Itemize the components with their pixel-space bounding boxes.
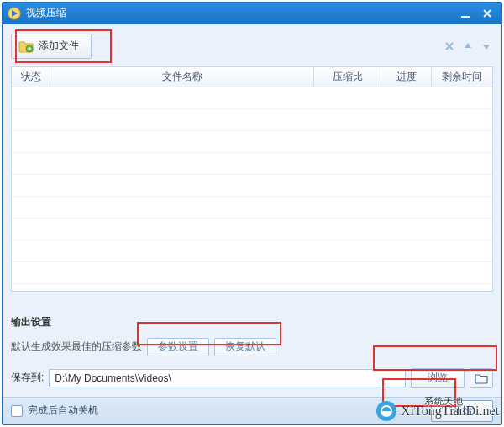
param-row: 默认生成效果最佳的压缩参数 参数设置 恢复默认: [11, 338, 493, 356]
save-path-input[interactable]: [49, 369, 406, 387]
browse-button[interactable]: 浏览: [411, 368, 465, 388]
table-row: [12, 175, 492, 197]
minimize-button[interactable]: [454, 5, 476, 22]
titlebar: 视频压缩: [3, 3, 501, 24]
shutdown-label: 完成后自动关机: [28, 403, 98, 418]
table-row: [12, 197, 492, 219]
output-section: 输出设置 默认生成效果最佳的压缩参数 参数设置 恢复默认 保存到: 浏览: [11, 315, 493, 388]
content-area: 添加文件 状态 文件名称 压缩比 进度 剩余时间: [3, 24, 501, 397]
output-title: 输出设置: [11, 315, 493, 329]
table-row: [12, 131, 492, 153]
col-ratio[interactable]: 压缩比: [314, 67, 381, 87]
open-folder-button[interactable]: [470, 368, 493, 388]
save-row: 保存到: 浏览: [11, 368, 493, 388]
col-progress[interactable]: 进度: [381, 67, 432, 87]
toolbar-right: [443, 40, 493, 53]
param-desc: 默认生成效果最佳的压缩参数: [11, 340, 142, 354]
toolbar: 添加文件: [11, 31, 493, 61]
folder-add-icon: [18, 40, 34, 53]
add-file-button[interactable]: 添加文件: [11, 34, 92, 59]
table-row: [12, 240, 492, 262]
table-row: [12, 219, 492, 240]
add-file-label: 添加文件: [39, 39, 79, 53]
shutdown-checkbox[interactable]: 完成后自动关机: [11, 403, 98, 418]
table-row: [12, 109, 492, 131]
grid-header: 状态 文件名称 压缩比 进度 剩余时间: [12, 67, 492, 87]
move-up-icon[interactable]: [461, 40, 475, 53]
col-name[interactable]: 文件名称: [50, 67, 314, 87]
remove-icon[interactable]: [443, 40, 456, 53]
app-icon: [8, 7, 21, 20]
file-grid: 状态 文件名称 压缩比 进度 剩余时间: [11, 66, 493, 292]
grid-body[interactable]: [12, 87, 492, 291]
col-status[interactable]: 状态: [12, 67, 50, 87]
window-title: 视频压缩: [26, 6, 454, 20]
table-row: [12, 262, 492, 284]
close-button[interactable]: [476, 5, 498, 22]
col-time[interactable]: 剩余时间: [432, 67, 492, 87]
table-row: [12, 153, 492, 175]
move-down-icon[interactable]: [480, 40, 493, 53]
table-row: [12, 87, 492, 109]
restore-default-button[interactable]: 恢复默认: [214, 338, 276, 356]
footer: 完成后自动关机 开始: [3, 397, 501, 424]
app-window: 视频压缩 添加文件: [2, 2, 502, 425]
svg-rect-1: [461, 16, 470, 18]
save-to-label: 保存到:: [11, 371, 44, 385]
checkbox-box-icon: [11, 405, 23, 417]
param-settings-button[interactable]: 参数设置: [147, 338, 209, 356]
start-button[interactable]: 开始: [431, 400, 493, 422]
